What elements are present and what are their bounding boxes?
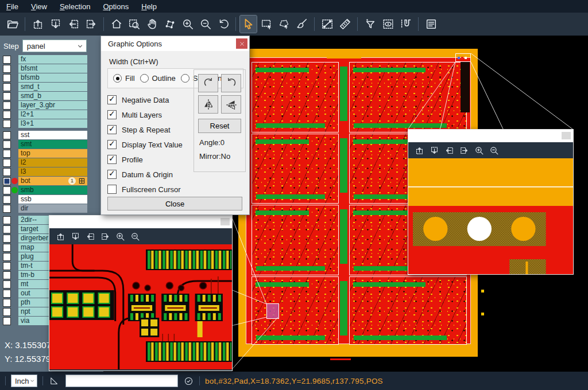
layer-name[interactable]: dir: [18, 204, 87, 213]
tool-zoom-previous[interactable]: [215, 15, 231, 33]
reset-button[interactable]: Reset: [198, 119, 241, 133]
layer-checkbox[interactable]: [3, 56, 11, 64]
layer-checkbox[interactable]: [3, 120, 11, 128]
layer-name[interactable]: smd_b: [18, 92, 87, 100]
layer-checkbox[interactable]: [3, 225, 11, 233]
layer-checkbox[interactable]: [3, 177, 11, 185]
checkbox[interactable]: [107, 170, 117, 179]
layer-checkbox[interactable]: [3, 253, 11, 261]
layer-row-bfsmb[interactable]: bfsmb: [0, 73, 103, 82]
option-step-repeat[interactable]: Step & Repeat: [107, 122, 183, 137]
layer-checkbox[interactable]: [3, 92, 11, 100]
corner-angle-icon[interactable]: [48, 375, 60, 387]
mirror-horizontal-button[interactable]: [221, 95, 241, 114]
layer-checkbox[interactable]: [3, 102, 11, 110]
layer-checkbox[interactable]: [3, 168, 11, 176]
layer-row-smd_t[interactable]: smd_t: [0, 83, 103, 91]
magnifier-2-titlebar[interactable]: [408, 130, 573, 142]
radio-dot[interactable]: [113, 74, 122, 83]
layer-checkbox[interactable]: [3, 186, 11, 194]
tool-zoom-in[interactable]: [472, 144, 486, 157]
layer-row-smb[interactable]: smb: [0, 186, 103, 194]
tool-zoom-in[interactable]: [113, 230, 127, 243]
tool-filter[interactable]: [362, 15, 378, 33]
layer-name[interactable]: bfsmb: [18, 73, 87, 82]
radio-dot[interactable]: [140, 74, 149, 83]
option-multi-layers[interactable]: Multi Layers: [107, 107, 183, 122]
rotate-ccw-button[interactable]: [221, 74, 241, 92]
tool-pan-up[interactable]: [29, 15, 46, 33]
layer-checkbox[interactable]: [3, 141, 11, 149]
tool-pan-up[interactable]: [412, 144, 426, 157]
layer-row-ssb[interactable]: ssb: [0, 195, 103, 204]
tool-pan-left[interactable]: [83, 230, 97, 243]
tool-pan-down[interactable]: [68, 230, 82, 243]
checkbox[interactable]: [107, 95, 117, 104]
magnifier-2-view[interactable]: [408, 158, 573, 274]
menu-options[interactable]: Options: [96, 1, 135, 12]
tool-zoom-out[interactable]: [128, 230, 142, 243]
radio-fill[interactable]: Fill: [113, 74, 135, 83]
layer-name[interactable]: l2+1: [18, 110, 87, 119]
tool-pan-right[interactable]: [98, 230, 112, 243]
layer-name[interactable]: top: [18, 149, 87, 158]
layer-row-bfsmt[interactable]: bfsmt: [0, 64, 103, 73]
unit-select[interactable]: Inch: [11, 375, 37, 387]
layer-checkbox[interactable]: [3, 262, 11, 270]
tool-zoom-in[interactable]: [179, 15, 196, 33]
tool-measure-distance[interactable]: [319, 15, 335, 33]
tool-pan-down[interactable]: [427, 144, 441, 157]
apply-refresh-icon[interactable]: [183, 375, 194, 387]
tool-clear-brush[interactable]: [293, 15, 310, 33]
dialog-titlebar[interactable]: Graphic Options: [101, 36, 249, 51]
menu-file[interactable]: File: [0, 1, 25, 12]
tool-home-view[interactable]: [108, 15, 125, 33]
layer-checkbox[interactable]: [3, 83, 11, 91]
magnifier-1-titlebar[interactable]: [49, 216, 232, 228]
tool-pan-right[interactable]: [457, 144, 471, 157]
layer-name[interactable]: smb: [18, 186, 87, 194]
layer-grid-icon[interactable]: [79, 178, 85, 184]
layer-row-sst[interactable]: sst: [0, 131, 103, 139]
tool-pan-left[interactable]: [442, 144, 456, 157]
layer-checkbox[interactable]: [3, 74, 11, 82]
layer-name[interactable]: fx: [18, 55, 87, 64]
command-input[interactable]: [65, 375, 178, 387]
layer-checkbox[interactable]: [3, 131, 11, 139]
layer-checkbox[interactable]: [3, 150, 11, 158]
tool-zoom-out[interactable]: [487, 144, 501, 157]
menu-selection[interactable]: Selection: [53, 1, 96, 12]
layer-row-dir[interactable]: dir: [0, 204, 103, 213]
layer-row-l3[interactable]: l3: [0, 167, 103, 176]
radio-outline[interactable]: Outline: [140, 74, 176, 83]
layer-checkbox[interactable]: [3, 299, 11, 307]
option-fullscreen-cursor[interactable]: Fullscreen Cursor: [107, 182, 183, 197]
layer-row-layer_3.gbr[interactable]: layer_3.gbr: [0, 101, 103, 110]
layer-row-fx[interactable]: fx: [0, 55, 103, 64]
checkbox[interactable]: [107, 125, 117, 134]
layer-checkbox[interactable]: [3, 235, 11, 243]
layer-name[interactable]: bot1: [18, 177, 87, 185]
layer-name[interactable]: smd_t: [18, 83, 87, 91]
magnifier-1-button[interactable]: [220, 218, 230, 225]
magnifier-1-view[interactable]: [49, 244, 232, 369]
layer-name[interactable]: bfsmt: [18, 64, 87, 73]
layer-name[interactable]: layer_3.gbr: [18, 101, 87, 110]
close-button[interactable]: Close: [107, 197, 242, 210]
checkbox[interactable]: [107, 110, 117, 119]
layer-name[interactable]: ssb: [18, 195, 87, 204]
layer-row-l2+1[interactable]: l2+1: [0, 110, 103, 119]
layer-checkbox[interactable]: [3, 159, 11, 167]
layer-name[interactable]: l2: [18, 158, 87, 167]
tool-pan-right[interactable]: [83, 15, 99, 33]
tool-view-options[interactable]: [380, 15, 396, 33]
layer-row-smd_b[interactable]: smd_b: [0, 92, 103, 100]
layer-checkbox[interactable]: [3, 196, 11, 204]
option-negative-data[interactable]: Negative Data: [107, 92, 183, 107]
menu-help[interactable]: Help: [135, 1, 163, 12]
layer-name[interactable]: sst: [18, 131, 87, 139]
option-profile[interactable]: Profile: [107, 152, 183, 167]
magnifier-2-button[interactable]: [562, 132, 571, 139]
tool-open-file[interactable]: [4, 15, 21, 33]
option-datum-origin[interactable]: Datum & Origin: [107, 167, 183, 182]
